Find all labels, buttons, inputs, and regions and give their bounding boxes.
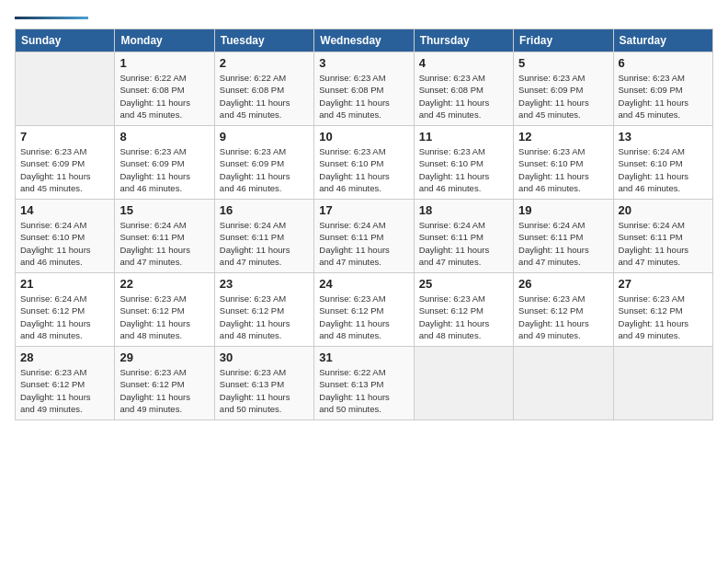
day-number: 12	[518, 130, 608, 144]
day-number: 5	[518, 56, 608, 70]
calendar-cell: 2Sunrise: 6:22 AM Sunset: 6:08 PM Daylig…	[214, 52, 313, 126]
day-info: Sunrise: 6:23 AM Sunset: 6:12 PM Dayligh…	[319, 293, 408, 341]
calendar-cell: 21Sunrise: 6:24 AM Sunset: 6:12 PM Dayli…	[16, 273, 115, 347]
calendar-cell: 11Sunrise: 6:23 AM Sunset: 6:10 PM Dayli…	[414, 126, 513, 200]
day-info: Sunrise: 6:23 AM Sunset: 6:08 PM Dayligh…	[319, 72, 408, 121]
day-number: 7	[20, 130, 109, 144]
day-number: 27	[619, 277, 708, 291]
day-number: 3	[319, 56, 408, 70]
calendar-cell: 24Sunrise: 6:23 AM Sunset: 6:12 PM Dayli…	[314, 273, 414, 347]
calendar-week-row: 14Sunrise: 6:24 AM Sunset: 6:10 PM Dayli…	[16, 200, 713, 273]
day-info: Sunrise: 6:23 AM Sunset: 6:09 PM Dayligh…	[20, 145, 109, 194]
day-info: Sunrise: 6:23 AM Sunset: 6:09 PM Dayligh…	[119, 145, 209, 194]
calendar-cell	[414, 347, 513, 420]
calendar-cell: 14Sunrise: 6:24 AM Sunset: 6:10 PM Dayli…	[16, 200, 115, 273]
calendar-cell: 28Sunrise: 6:23 AM Sunset: 6:12 PM Dayli…	[16, 347, 115, 420]
day-number: 4	[419, 56, 508, 70]
day-number: 10	[319, 130, 408, 144]
calendar-cell: 7Sunrise: 6:23 AM Sunset: 6:09 PM Daylig…	[16, 126, 115, 200]
calendar-cell: 22Sunrise: 6:23 AM Sunset: 6:12 PM Dayli…	[115, 273, 214, 347]
day-number: 28	[20, 350, 109, 364]
day-number: 8	[119, 130, 209, 144]
day-number: 19	[518, 203, 608, 217]
day-info: Sunrise: 6:24 AM Sunset: 6:11 PM Dayligh…	[419, 219, 508, 268]
day-number: 29	[119, 350, 209, 364]
day-number: 18	[419, 203, 508, 217]
calendar-cell: 23Sunrise: 6:23 AM Sunset: 6:12 PM Dayli…	[214, 273, 313, 347]
col-header-friday: Friday	[514, 29, 613, 52]
day-info: Sunrise: 6:22 AM Sunset: 6:08 PM Dayligh…	[220, 72, 309, 121]
col-header-monday: Monday	[115, 29, 214, 52]
day-number: 21	[20, 277, 109, 291]
col-header-saturday: Saturday	[613, 29, 712, 52]
day-number: 2	[220, 56, 309, 70]
day-info: Sunrise: 6:23 AM Sunset: 6:12 PM Dayligh…	[220, 293, 309, 341]
day-info: Sunrise: 6:23 AM Sunset: 6:10 PM Dayligh…	[319, 145, 408, 194]
calendar-cell: 12Sunrise: 6:23 AM Sunset: 6:10 PM Dayli…	[514, 126, 613, 200]
day-info: Sunrise: 6:23 AM Sunset: 6:10 PM Dayligh…	[518, 145, 608, 194]
calendar-cell: 6Sunrise: 6:23 AM Sunset: 6:09 PM Daylig…	[613, 52, 712, 126]
day-number: 26	[518, 277, 608, 291]
day-info: Sunrise: 6:23 AM Sunset: 6:09 PM Dayligh…	[518, 72, 608, 121]
day-info: Sunrise: 6:24 AM Sunset: 6:11 PM Dayligh…	[619, 219, 708, 268]
calendar-cell: 29Sunrise: 6:23 AM Sunset: 6:12 PM Dayli…	[115, 347, 214, 420]
day-info: Sunrise: 6:23 AM Sunset: 6:12 PM Dayligh…	[119, 293, 209, 341]
day-info: Sunrise: 6:22 AM Sunset: 6:13 PM Dayligh…	[319, 366, 408, 415]
day-info: Sunrise: 6:23 AM Sunset: 6:12 PM Dayligh…	[419, 293, 508, 341]
day-info: Sunrise: 6:23 AM Sunset: 6:09 PM Dayligh…	[220, 145, 309, 194]
day-number: 31	[319, 350, 408, 364]
calendar-cell: 13Sunrise: 6:24 AM Sunset: 6:10 PM Dayli…	[613, 126, 712, 200]
calendar-cell: 26Sunrise: 6:23 AM Sunset: 6:12 PM Dayli…	[514, 273, 613, 347]
calendar-cell: 18Sunrise: 6:24 AM Sunset: 6:11 PM Dayli…	[414, 200, 513, 273]
logo-line	[15, 17, 88, 19]
calendar-table: SundayMondayTuesdayWednesdayThursdayFrid…	[15, 29, 713, 420]
day-number: 15	[119, 203, 209, 217]
day-number: 25	[419, 277, 508, 291]
day-number: 1	[119, 56, 209, 70]
calendar-cell: 25Sunrise: 6:23 AM Sunset: 6:12 PM Dayli…	[414, 273, 513, 347]
calendar-cell: 31Sunrise: 6:22 AM Sunset: 6:13 PM Dayli…	[314, 347, 414, 420]
calendar-cell: 17Sunrise: 6:24 AM Sunset: 6:11 PM Dayli…	[314, 200, 414, 273]
calendar-week-row: 7Sunrise: 6:23 AM Sunset: 6:09 PM Daylig…	[16, 126, 713, 200]
day-info: Sunrise: 6:24 AM Sunset: 6:11 PM Dayligh…	[220, 219, 309, 268]
day-info: Sunrise: 6:23 AM Sunset: 6:12 PM Dayligh…	[518, 293, 608, 341]
day-number: 20	[619, 203, 708, 217]
col-header-sunday: Sunday	[16, 29, 115, 52]
day-info: Sunrise: 6:24 AM Sunset: 6:10 PM Dayligh…	[20, 219, 109, 268]
calendar-cell: 10Sunrise: 6:23 AM Sunset: 6:10 PM Dayli…	[314, 126, 414, 200]
calendar-cell: 27Sunrise: 6:23 AM Sunset: 6:12 PM Dayli…	[613, 273, 712, 347]
day-number: 16	[220, 203, 309, 217]
calendar-cell: 1Sunrise: 6:22 AM Sunset: 6:08 PM Daylig…	[115, 52, 214, 126]
calendar-cell	[16, 52, 115, 126]
day-number: 24	[319, 277, 408, 291]
calendar-week-row: 21Sunrise: 6:24 AM Sunset: 6:12 PM Dayli…	[16, 273, 713, 347]
day-info: Sunrise: 6:24 AM Sunset: 6:12 PM Dayligh…	[20, 293, 109, 341]
calendar-cell: 20Sunrise: 6:24 AM Sunset: 6:11 PM Dayli…	[613, 200, 712, 273]
calendar-week-row: 28Sunrise: 6:23 AM Sunset: 6:12 PM Dayli…	[16, 347, 713, 420]
day-info: Sunrise: 6:22 AM Sunset: 6:08 PM Dayligh…	[119, 72, 209, 121]
day-number: 11	[419, 130, 508, 144]
day-info: Sunrise: 6:23 AM Sunset: 6:12 PM Dayligh…	[119, 366, 209, 415]
day-info: Sunrise: 6:23 AM Sunset: 6:13 PM Dayligh…	[220, 366, 309, 415]
calendar-cell	[514, 347, 613, 420]
day-info: Sunrise: 6:24 AM Sunset: 6:11 PM Dayligh…	[518, 219, 608, 268]
calendar-cell: 15Sunrise: 6:24 AM Sunset: 6:11 PM Dayli…	[115, 200, 214, 273]
day-number: 22	[119, 277, 209, 291]
day-number: 30	[220, 350, 309, 364]
day-info: Sunrise: 6:24 AM Sunset: 6:10 PM Dayligh…	[619, 145, 708, 194]
day-info: Sunrise: 6:24 AM Sunset: 6:11 PM Dayligh…	[119, 219, 209, 268]
page-header	[15, 15, 713, 19]
calendar-cell: 16Sunrise: 6:24 AM Sunset: 6:11 PM Dayli…	[214, 200, 313, 273]
col-header-thursday: Thursday	[414, 29, 513, 52]
calendar-cell: 9Sunrise: 6:23 AM Sunset: 6:09 PM Daylig…	[214, 126, 313, 200]
day-info: Sunrise: 6:23 AM Sunset: 6:10 PM Dayligh…	[419, 145, 508, 194]
day-number: 17	[319, 203, 408, 217]
day-info: Sunrise: 6:23 AM Sunset: 6:12 PM Dayligh…	[619, 293, 708, 341]
day-number: 13	[619, 130, 708, 144]
calendar-cell: 30Sunrise: 6:23 AM Sunset: 6:13 PM Dayli…	[214, 347, 313, 420]
calendar-week-row: 1Sunrise: 6:22 AM Sunset: 6:08 PM Daylig…	[16, 52, 713, 126]
day-number: 14	[20, 203, 109, 217]
calendar-cell: 8Sunrise: 6:23 AM Sunset: 6:09 PM Daylig…	[115, 126, 214, 200]
day-info: Sunrise: 6:24 AM Sunset: 6:11 PM Dayligh…	[319, 219, 408, 268]
day-number: 9	[220, 130, 309, 144]
